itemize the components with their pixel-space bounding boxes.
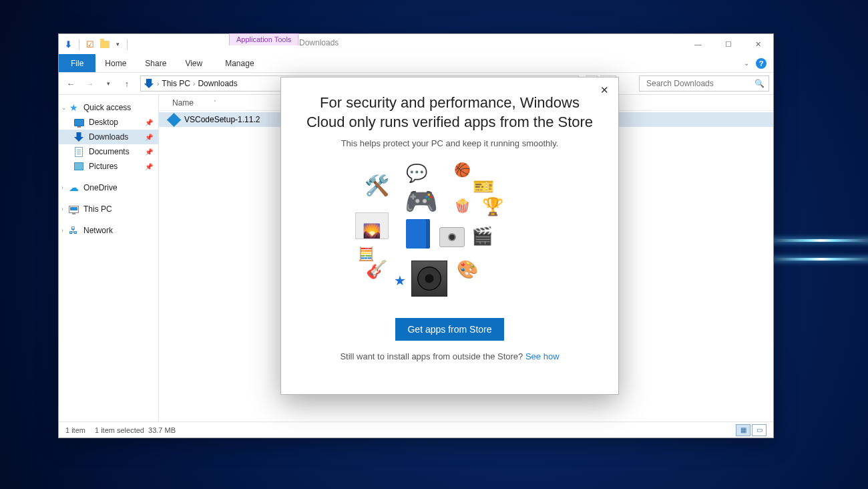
sidebar-label: Quick access [83, 103, 131, 112]
ribbon-tab-view[interactable]: View [176, 54, 212, 72]
palette-icon: 🎨 [457, 261, 478, 278]
photos-icon: 🌄 [355, 212, 389, 239]
breadcrumb-this-pc[interactable]: This PC [162, 79, 190, 88]
nav-back-button[interactable]: ← [63, 75, 79, 92]
sidebar-this-pc[interactable]: › This PC [59, 202, 158, 216]
installer-icon [168, 114, 179, 125]
pictures-icon [73, 161, 84, 172]
view-large-button[interactable]: ▭ [752, 424, 767, 436]
maximize-button[interactable]: ☐ [713, 35, 743, 54]
tree-caret-icon[interactable]: ⌄ [61, 104, 67, 111]
qat-downloads-icon[interactable]: ⬇ [63, 39, 73, 49]
dialog-subtext: This helps protect your PC and keep it r… [341, 138, 559, 148]
tools-icon: 🛠️ [365, 174, 389, 197]
tree-caret-icon[interactable]: › [61, 227, 63, 234]
file-name: VSCodeSetup-1.11.2 [184, 115, 260, 124]
dialog-footer: Still want to install apps from outside … [340, 351, 559, 361]
pin-icon: 📌 [145, 163, 153, 170]
sidebar-quick-access[interactable]: ⌄ ★ Quick access [59, 100, 158, 115]
sidebar-label: This PC [83, 204, 112, 214]
status-selection: 1 item selected 33.7 MB [95, 426, 176, 434]
nav-up-button[interactable]: ↑ [119, 75, 135, 92]
music-icon [411, 261, 447, 297]
sidebar-label: OneDrive [83, 183, 118, 192]
tickets-icon: 🎫 [473, 178, 494, 195]
ribbon-tab-file[interactable]: File [59, 54, 95, 72]
sidebar-item-desktop[interactable]: Desktop 📌 [59, 115, 158, 130]
star-icon: ★ [68, 102, 79, 113]
see-how-link[interactable]: See how [525, 351, 560, 361]
gamepad-icon: 🎮 [405, 186, 438, 217]
sidebar-item-label: Desktop [89, 118, 118, 127]
qat-folder-icon[interactable] [99, 39, 110, 49]
onedrive-icon: ☁ [68, 182, 79, 193]
messaging-icon: 💬 [406, 164, 427, 182]
desktop-icon [73, 117, 84, 128]
address-icon [144, 78, 154, 89]
window-title: Downloads [299, 38, 339, 47]
pc-icon [68, 204, 79, 214]
sidebar-item-label: Downloads [89, 132, 128, 142]
search-box[interactable]: 🔍 [639, 75, 769, 92]
sidebar-item-label: Documents [89, 147, 130, 156]
pin-icon: 📌 [145, 134, 153, 141]
documents-icon [73, 146, 84, 157]
ribbon-tab-share[interactable]: Share [136, 54, 176, 72]
clapper-icon: 🎬 [471, 227, 493, 244]
view-details-button[interactable]: ▦ [736, 424, 750, 436]
quick-access-toolbar: ⬇ ☑ ▾ [59, 39, 133, 49]
crumb-sep-icon[interactable]: › [157, 80, 159, 88]
basketball-icon: 🏀 [454, 163, 471, 176]
camera-icon [439, 227, 465, 247]
sidebar-item-pictures[interactable]: Pictures 📌 [59, 159, 158, 174]
qat-separator-2 [127, 39, 128, 49]
ribbon: File Home Share View Manage ⌄ ? [59, 54, 773, 73]
qat-dropdown-icon[interactable]: ▾ [114, 41, 122, 47]
sidebar-item-label: Pictures [89, 162, 118, 171]
search-icon[interactable]: 🔍 [754, 79, 765, 88]
tree-caret-icon[interactable]: › [61, 206, 63, 212]
dialog-close-button[interactable]: ✕ [597, 83, 612, 98]
sort-indicator-icon: ˄ [214, 100, 216, 106]
ribbon-tab-home[interactable]: Home [95, 54, 136, 72]
sidebar-item-downloads[interactable]: Downloads 📌 [59, 130, 158, 144]
ribbon-expand-icon[interactable]: ⌄ [744, 59, 749, 67]
nav-recent-dropdown[interactable]: ▾ [100, 75, 116, 92]
qat-separator [79, 39, 79, 49]
close-button[interactable]: ✕ [743, 35, 773, 54]
search-input[interactable] [644, 79, 754, 88]
sidebar-onedrive[interactable]: › ☁ OneDrive [59, 180, 158, 195]
titlebar[interactable]: ⬇ ☑ ▾ Application Tools Downloads ― ☐ ✕ [59, 34, 773, 54]
network-icon: 🖧 [68, 225, 79, 236]
status-bar: 1 item 1 item selected 33.7 MB ▦ ▭ [59, 422, 773, 438]
trophy-icon: 🏆 [482, 198, 503, 215]
ribbon-context-label: Application Tools [229, 33, 298, 45]
crumb-sep-icon[interactable]: › [193, 80, 195, 88]
downloads-icon [73, 132, 84, 142]
pin-icon: 📌 [145, 148, 153, 156]
star-icon: ★ [394, 274, 406, 287]
nav-forward-button[interactable]: → [81, 75, 97, 92]
sidebar-item-documents[interactable]: Documents 📌 [59, 144, 158, 159]
dialog-heading: For security and performance, Windows Cl… [306, 94, 593, 132]
sidebar-network[interactable]: › 🖧 Network [59, 223, 158, 238]
sidebar-label: Network [83, 226, 113, 235]
guitar-icon: 🎸 [366, 261, 387, 278]
nav-pane: ⌄ ★ Quick access Desktop 📌 Downloads 📌 D… [59, 95, 159, 422]
help-icon[interactable]: ? [756, 58, 767, 69]
book-icon [406, 219, 430, 249]
popcorn-icon: 🍿 [454, 199, 471, 212]
pin-icon: 📌 [145, 119, 153, 126]
minimize-button[interactable]: ― [683, 35, 713, 54]
status-item-count: 1 item [65, 426, 85, 434]
store-only-dialog: ✕ For security and performance, Windows … [280, 77, 619, 395]
ribbon-tab-manage[interactable]: Manage [216, 54, 263, 72]
qat-checkbox-icon[interactable]: ☑ [85, 39, 95, 49]
tree-caret-icon[interactable]: › [61, 184, 63, 191]
get-apps-button[interactable]: Get apps from Store [395, 318, 503, 341]
wallpaper-glow [761, 0, 868, 489]
column-name[interactable]: Name [172, 98, 194, 108]
breadcrumb-downloads[interactable]: Downloads [198, 79, 237, 88]
app-icon-cloud: 💬 🏀 🛠️ 🎫 🎮 🍿 🏆 🌄 🎬 🧮 🎸 ★ 🎨 [350, 160, 550, 314]
